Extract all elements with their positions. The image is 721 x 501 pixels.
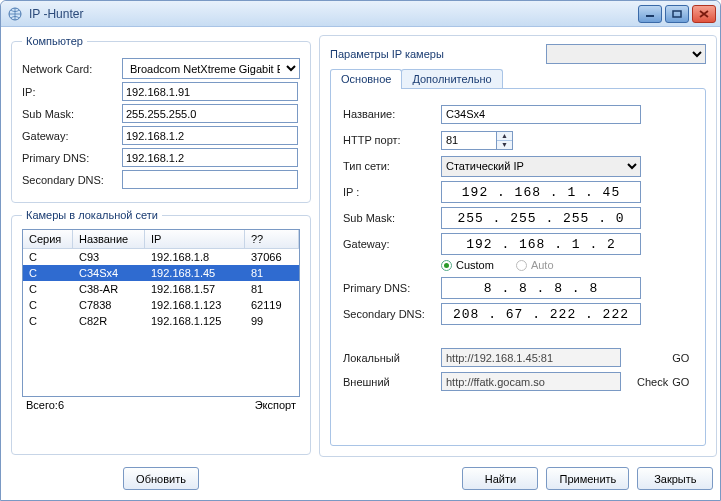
param-gateway-input[interactable]: 192 . 168 . 1 . 2: [441, 233, 641, 255]
cameras-list-header: Серия Название IP ??: [23, 230, 299, 249]
tab-basic[interactable]: Основное: [330, 69, 402, 89]
svg-rect-1: [646, 15, 654, 17]
find-button[interactable]: Найти: [462, 467, 538, 490]
titlebar: IP -Hunter: [1, 1, 720, 27]
param-name-input[interactable]: [441, 105, 641, 124]
close-window-button[interactable]: [692, 5, 716, 23]
param-http-port-spinner[interactable]: ▲▼: [497, 131, 513, 150]
maximize-button[interactable]: [665, 5, 689, 23]
radio-on-icon: [441, 260, 452, 271]
app-icon: [7, 6, 23, 22]
table-row[interactable]: CC82R192.168.1.12599: [23, 313, 299, 329]
param-http-port-label: HTTP порт:: [343, 134, 441, 146]
spinner-up-icon: ▲: [497, 132, 512, 141]
local-go-link[interactable]: GO: [668, 352, 693, 364]
sdns-input[interactable]: [122, 170, 298, 189]
local-url-input[interactable]: [441, 348, 621, 367]
tab-advanced[interactable]: Дополнительно: [401, 69, 502, 89]
table-row[interactable]: CC93192.168.1.837066: [23, 249, 299, 265]
params-legend: Параметры IP камеры: [330, 48, 444, 60]
local-url-label: Локальный: [343, 352, 441, 364]
submask-input[interactable]: [122, 104, 298, 123]
tab-panel-basic: Название: HTTP порт: ▲▼ Тип сети: Статич…: [330, 88, 706, 446]
computer-legend: Компьютер: [22, 35, 87, 47]
col-ip[interactable]: IP: [145, 230, 245, 248]
param-nettype-label: Тип сети:: [343, 160, 441, 172]
total-label: Всего:6: [26, 399, 64, 411]
pdns-label: Primary DNS:: [22, 152, 122, 164]
external-url-input[interactable]: [441, 372, 621, 391]
radio-off-icon: [516, 260, 527, 271]
submask-label: Sub Mask:: [22, 108, 122, 120]
param-sdns-input[interactable]: 208 . 67 . 222 . 222: [441, 303, 641, 325]
radio-custom[interactable]: Custom: [441, 259, 494, 271]
table-row[interactable]: CC34Sx4192.168.1.4581: [23, 265, 299, 281]
gateway-label: Gateway:: [22, 130, 122, 142]
params-camera-select[interactable]: [546, 44, 706, 64]
radio-auto: Auto: [516, 259, 554, 271]
param-ip-label: IP :: [343, 186, 441, 198]
export-link[interactable]: Экспорт: [255, 399, 296, 411]
param-http-port-input[interactable]: [441, 131, 497, 150]
col-name[interactable]: Название: [73, 230, 145, 248]
external-check-link[interactable]: Check: [637, 376, 668, 388]
param-nettype-select[interactable]: Статический IP: [441, 156, 641, 177]
param-pdns-input[interactable]: 8 . 8 . 8 . 8: [441, 277, 641, 299]
spinner-down-icon: ▼: [497, 141, 512, 149]
table-row[interactable]: CC7838192.168.1.12362119: [23, 297, 299, 313]
param-gateway-label: Gateway:: [343, 238, 441, 250]
param-submask-input[interactable]: 255 . 255 . 255 . 0: [441, 207, 641, 229]
minimize-button[interactable]: [638, 5, 662, 23]
table-row[interactable]: CC38-AR192.168.1.5781: [23, 281, 299, 297]
network-card-select[interactable]: Broadcom NetXtreme Gigabit Ethe: [122, 58, 300, 79]
cameras-legend: Камеры в локальной сети: [22, 209, 162, 221]
ip-label: IP:: [22, 86, 122, 98]
network-card-label: Network Card:: [22, 63, 122, 75]
external-url-label: Внешний: [343, 376, 441, 388]
svg-rect-2: [673, 11, 681, 17]
gateway-input[interactable]: [122, 126, 298, 145]
cameras-group: Камеры в локальной сети Серия Название I…: [11, 209, 311, 455]
ip-input[interactable]: [122, 82, 298, 101]
cameras-list[interactable]: Серия Название IP ?? CC93192.168.1.83706…: [22, 229, 300, 397]
params-group: Параметры IP камеры Основное Дополнитель…: [319, 35, 717, 457]
window-title: IP -Hunter: [29, 7, 83, 21]
param-name-label: Название:: [343, 108, 441, 120]
refresh-button[interactable]: Обновить: [123, 467, 199, 490]
external-go-link[interactable]: GO: [668, 376, 693, 388]
param-ip-input[interactable]: 192 . 168 . 1 . 45: [441, 181, 641, 203]
param-submask-label: Sub Mask:: [343, 212, 441, 224]
close-button[interactable]: Закрыть: [637, 467, 713, 490]
col-serial[interactable]: Серия: [23, 230, 73, 248]
pdns-input[interactable]: [122, 148, 298, 167]
col-unk[interactable]: ??: [245, 230, 299, 248]
param-pdns-label: Primary DNS:: [343, 282, 441, 294]
sdns-label: Secondary DNS:: [22, 174, 122, 186]
apply-button[interactable]: Применить: [546, 467, 629, 490]
computer-group: Компьютер Network Card: Broadcom NetXtre…: [11, 35, 311, 203]
param-sdns-label: Secondary DNS:: [343, 308, 441, 320]
